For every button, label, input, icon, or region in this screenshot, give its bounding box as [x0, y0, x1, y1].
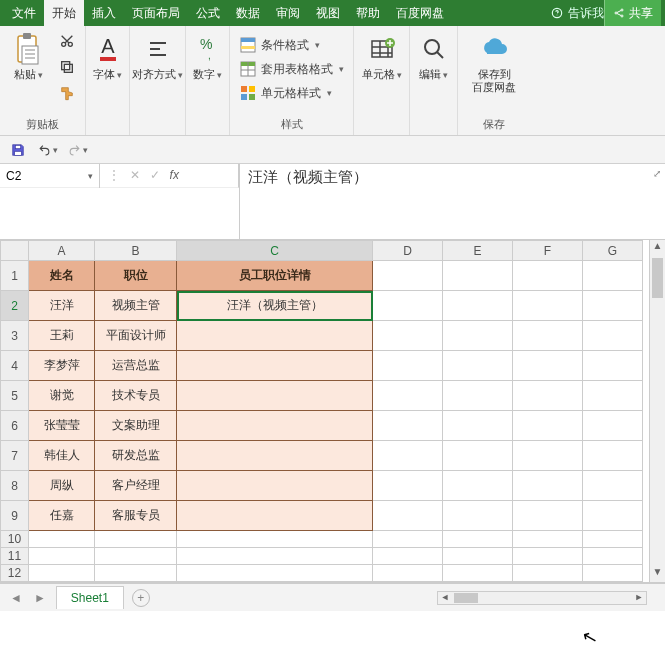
paste-button[interactable]: 粘贴▾	[8, 30, 50, 84]
cell-C7[interactable]	[177, 441, 373, 471]
cell-E2[interactable]	[443, 291, 513, 321]
cell-F4[interactable]	[513, 351, 583, 381]
col-header-C[interactable]: C	[177, 241, 373, 261]
cell-F8[interactable]	[513, 471, 583, 501]
cell-B8[interactable]: 客户经理	[95, 471, 177, 501]
share-button[interactable]: 共享	[604, 0, 661, 26]
cell-C6[interactable]	[177, 411, 373, 441]
cell-B12[interactable]	[95, 565, 177, 582]
cell-B4[interactable]: 运营总监	[95, 351, 177, 381]
formula-input[interactable]	[240, 164, 665, 239]
table-format-button[interactable]: 套用表格格式▾	[239, 60, 344, 78]
cell-C3[interactable]	[177, 321, 373, 351]
cell-G7[interactable]	[583, 441, 643, 471]
cell-C10[interactable]	[177, 531, 373, 548]
alignment-button[interactable]: 对齐方式▾	[128, 30, 187, 84]
name-box[interactable]	[6, 169, 76, 183]
select-all-corner[interactable]	[1, 241, 29, 261]
dropdown-icon[interactable]: ⋮	[108, 168, 120, 182]
cut-button[interactable]	[56, 30, 78, 52]
cell-D1[interactable]	[373, 261, 443, 291]
cell-D3[interactable]	[373, 321, 443, 351]
save-button[interactable]	[8, 140, 28, 160]
cell-F9[interactable]	[513, 501, 583, 531]
cell-G4[interactable]	[583, 351, 643, 381]
cell-E12[interactable]	[443, 565, 513, 582]
menu-插入[interactable]: 插入	[84, 0, 124, 26]
col-header-D[interactable]: D	[373, 241, 443, 261]
cell-E5[interactable]	[443, 381, 513, 411]
col-header-B[interactable]: B	[95, 241, 177, 261]
cell-A2[interactable]: 汪洋	[29, 291, 95, 321]
undo-button[interactable]: ▾	[38, 140, 58, 160]
tab-nav-next[interactable]: ►	[32, 591, 48, 605]
row-header-4[interactable]: 4	[1, 351, 29, 381]
cell-E6[interactable]	[443, 411, 513, 441]
cell-B10[interactable]	[95, 531, 177, 548]
cell-E7[interactable]	[443, 441, 513, 471]
cell-C11[interactable]	[177, 548, 373, 565]
cell-E4[interactable]	[443, 351, 513, 381]
row-header-10[interactable]: 10	[1, 531, 29, 548]
cell-A12[interactable]	[29, 565, 95, 582]
menu-文件[interactable]: 文件	[4, 0, 44, 26]
cell-G2[interactable]	[583, 291, 643, 321]
scroll-right-icon[interactable]: ►	[632, 592, 646, 604]
scroll-up-icon[interactable]: ▲	[650, 240, 665, 256]
cell-D2[interactable]	[373, 291, 443, 321]
cell-B2[interactable]: 视频主管	[95, 291, 177, 321]
cell-C4[interactable]	[177, 351, 373, 381]
horizontal-scrollbar[interactable]: ◄ ►	[437, 591, 647, 605]
cell-A3[interactable]: 王莉	[29, 321, 95, 351]
vertical-scrollbar[interactable]: ▲ ▼	[649, 240, 665, 582]
cell-A10[interactable]	[29, 531, 95, 548]
menu-审阅[interactable]: 审阅	[268, 0, 308, 26]
save-cloud-button[interactable]: 保存到 百度网盘	[468, 30, 520, 96]
hscroll-thumb[interactable]	[454, 593, 478, 603]
cell-G3[interactable]	[583, 321, 643, 351]
row-header-12[interactable]: 12	[1, 565, 29, 582]
cell-D5[interactable]	[373, 381, 443, 411]
col-header-A[interactable]: A	[29, 241, 95, 261]
cell-G6[interactable]	[583, 411, 643, 441]
cell-B3[interactable]: 平面设计师	[95, 321, 177, 351]
cells-button[interactable]: 单元格▾	[358, 30, 406, 84]
cell-F6[interactable]	[513, 411, 583, 441]
cell-G5[interactable]	[583, 381, 643, 411]
menu-开始[interactable]: 开始	[44, 0, 84, 26]
format-painter-button[interactable]	[56, 82, 78, 104]
menu-帮助[interactable]: 帮助	[348, 0, 388, 26]
cell-D6[interactable]	[373, 411, 443, 441]
copy-button[interactable]	[56, 56, 78, 78]
cell-F2[interactable]	[513, 291, 583, 321]
tell-me[interactable]: 告诉我	[550, 5, 604, 22]
cell-E11[interactable]	[443, 548, 513, 565]
cell-D8[interactable]	[373, 471, 443, 501]
cell-A9[interactable]: 任嘉	[29, 501, 95, 531]
cell-A6[interactable]: 张莹莹	[29, 411, 95, 441]
cell-A8[interactable]: 周纵	[29, 471, 95, 501]
cell-G1[interactable]	[583, 261, 643, 291]
row-header-2[interactable]: 2	[1, 291, 29, 321]
row-header-6[interactable]: 6	[1, 411, 29, 441]
cell-A7[interactable]: 韩佳人	[29, 441, 95, 471]
cell-E9[interactable]	[443, 501, 513, 531]
cell-C8[interactable]	[177, 471, 373, 501]
cancel-icon[interactable]: ✕	[130, 168, 140, 182]
cell-C1[interactable]: 员工职位详情	[177, 261, 373, 291]
scroll-down-icon[interactable]: ▼	[650, 566, 665, 582]
cell-A5[interactable]: 谢觉	[29, 381, 95, 411]
cell-F7[interactable]	[513, 441, 583, 471]
col-header-G[interactable]: G	[583, 241, 643, 261]
cell-E8[interactable]	[443, 471, 513, 501]
row-header-7[interactable]: 7	[1, 441, 29, 471]
cell-D7[interactable]	[373, 441, 443, 471]
cell-D10[interactable]	[373, 531, 443, 548]
menu-视图[interactable]: 视图	[308, 0, 348, 26]
cell-B6[interactable]: 文案助理	[95, 411, 177, 441]
menu-公式[interactable]: 公式	[188, 0, 228, 26]
col-header-E[interactable]: E	[443, 241, 513, 261]
add-sheet-button[interactable]: +	[132, 589, 150, 607]
number-button[interactable]: %, 数字▾	[187, 30, 229, 84]
cell-B11[interactable]	[95, 548, 177, 565]
